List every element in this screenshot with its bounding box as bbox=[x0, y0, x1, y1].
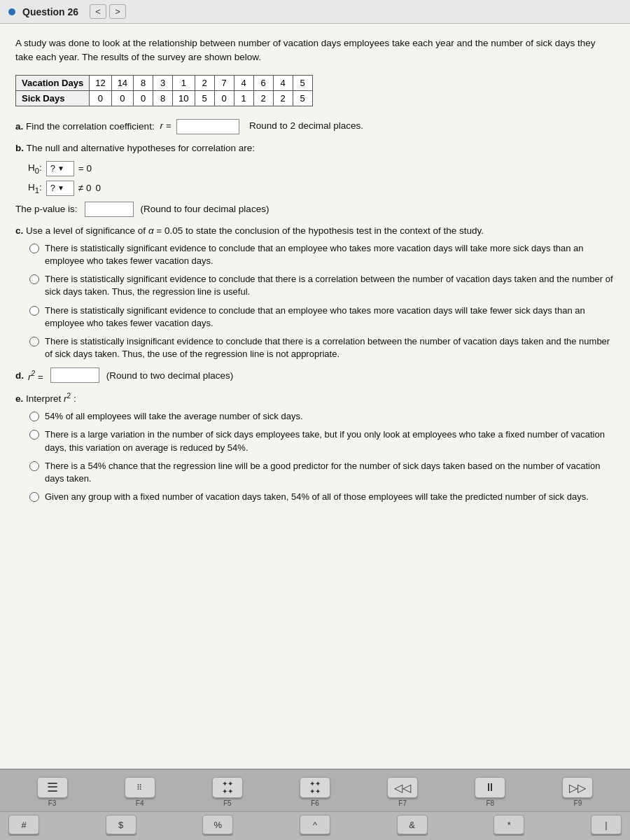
amp-key[interactable]: & bbox=[397, 815, 428, 834]
key-f6-icon[interactable]: ✦✦✦✦ bbox=[300, 777, 330, 798]
pvalue-input[interactable] bbox=[85, 202, 134, 217]
radio-e-1[interactable] bbox=[29, 412, 39, 421]
key-f5-icon[interactable]: ✦✦✦✦ bbox=[212, 777, 243, 798]
key-f9-icon[interactable]: ▷▷ bbox=[562, 777, 593, 798]
part-c-text: Use a level of significance of α = 0.05 … bbox=[26, 225, 484, 236]
vac-val-4: 3 bbox=[153, 75, 173, 90]
vac-val-2: 14 bbox=[111, 75, 133, 90]
vac-val-9: 6 bbox=[253, 75, 273, 90]
part-c: c. Use a level of significance of α = 0.… bbox=[15, 224, 615, 361]
part-e-option-1[interactable]: 54% of all employees will take the avera… bbox=[29, 410, 615, 423]
radio-4[interactable] bbox=[29, 337, 39, 346]
question-title: Question 26 bbox=[22, 6, 78, 18]
pvalue-row: The p-value is: (Round to four decimal p… bbox=[15, 202, 615, 217]
vac-val-3: 8 bbox=[134, 75, 153, 90]
key-f4-label: F4 bbox=[136, 799, 144, 807]
bottom-key-percent: % bbox=[202, 815, 233, 834]
sick-val-11: 5 bbox=[293, 90, 312, 106]
star-key[interactable]: * bbox=[493, 815, 524, 834]
part-c-option-4-text: There is statistically insignificant evi… bbox=[45, 335, 615, 360]
part-d-row: d. r2 = (Round to two decimal places) bbox=[15, 368, 615, 383]
h1-neq: ≠ 0 bbox=[78, 180, 92, 197]
key-f4-icon[interactable]: ⠿ bbox=[125, 777, 155, 798]
key-f5-block: ✦✦✦✦ F5 bbox=[212, 777, 243, 807]
part-c-options: There is statistically significant evide… bbox=[29, 242, 615, 361]
h1-label: H1: bbox=[28, 179, 42, 197]
dollar-key[interactable]: $ bbox=[106, 815, 136, 834]
part-e-text: Interpret r2 : bbox=[26, 393, 76, 404]
top-bar: Question 26 < > bbox=[0, 0, 630, 24]
hypotheses-block: H0: ? ▼ = 0 H1: ? ▼ ≠ 0 0 bbox=[28, 160, 615, 197]
h0-row: H0: ? ▼ = 0 bbox=[28, 160, 615, 178]
caret-key[interactable]: ^ bbox=[300, 815, 330, 834]
h1-zero: 0 bbox=[95, 180, 101, 197]
key-f7-icon[interactable]: ◁◁ bbox=[387, 777, 418, 798]
sick-val-6: 5 bbox=[195, 90, 214, 106]
radio-2[interactable] bbox=[29, 274, 39, 284]
radio-e-3[interactable] bbox=[29, 461, 39, 471]
part-e-option-4[interactable]: Given any group with a fixed number of v… bbox=[29, 491, 615, 503]
part-a-note: Round to 2 decimal places. bbox=[249, 120, 363, 131]
hash-key[interactable]: # bbox=[8, 815, 39, 834]
sick-val-2: 0 bbox=[111, 90, 133, 106]
part-c-label: c. bbox=[15, 225, 23, 236]
h0-eq: = 0 bbox=[78, 160, 92, 177]
correlation-input[interactable] bbox=[176, 119, 239, 134]
key-f7-block: ◁◁ F7 bbox=[387, 777, 418, 807]
nav-prev-button[interactable]: < bbox=[90, 4, 106, 19]
radio-e-4[interactable] bbox=[29, 492, 39, 502]
pvalue-label: The p-value is: bbox=[15, 204, 78, 214]
key-f6-label: F6 bbox=[311, 799, 319, 807]
part-c-option-4[interactable]: There is statistically insignificant evi… bbox=[29, 335, 615, 360]
part-b-label: b. bbox=[15, 143, 24, 153]
part-e-option-2[interactable]: There is a large variation in the number… bbox=[29, 428, 615, 454]
sick-val-9: 2 bbox=[253, 90, 273, 106]
key-f8-block: ⏸ F8 bbox=[475, 777, 505, 807]
h0-dropdown[interactable]: ? ▼ bbox=[46, 161, 74, 176]
key-f7-label: F7 bbox=[398, 799, 407, 807]
h1-dropdown[interactable]: ? ▼ bbox=[46, 181, 74, 196]
part-c-option-3[interactable]: There is statistically significant evide… bbox=[29, 304, 615, 330]
radio-3[interactable] bbox=[29, 306, 39, 316]
key-f3-icon[interactable]: ☰ bbox=[37, 777, 68, 798]
nav-next-button[interactable]: > bbox=[109, 4, 126, 19]
pipe-key[interactable]: | bbox=[591, 815, 622, 834]
radio-1[interactable] bbox=[29, 244, 39, 253]
key-f5-label: F5 bbox=[223, 799, 232, 807]
sick-val-10: 2 bbox=[273, 90, 293, 106]
radio-e-2[interactable] bbox=[29, 430, 39, 440]
vac-val-7: 7 bbox=[214, 75, 234, 90]
table-row-vacation: Vacation Days 12 14 8 3 1 2 7 4 6 4 5 bbox=[16, 75, 313, 90]
vacation-label: Vacation Days bbox=[16, 75, 90, 90]
key-f8-icon[interactable]: ⏸ bbox=[475, 777, 505, 798]
vac-val-1: 12 bbox=[90, 75, 111, 90]
part-e-option-2-text: There is a large variation in the number… bbox=[45, 428, 615, 454]
sick-val-8: 1 bbox=[234, 90, 253, 106]
h1-row: H1: ? ▼ ≠ 0 0 bbox=[28, 179, 615, 197]
h0-label: H0: bbox=[28, 160, 42, 178]
part-a-label: a. bbox=[15, 120, 23, 131]
part-b: b. The null and alternative hypotheses f… bbox=[15, 141, 615, 217]
bottom-key-caret: ^ bbox=[300, 815, 330, 834]
part-d-label: d. bbox=[15, 370, 24, 381]
table-row-sick: Sick Days 0 0 0 8 10 5 0 1 2 2 5 bbox=[16, 90, 313, 106]
part-a: a. Find the correlation coefficient: r =… bbox=[15, 119, 615, 134]
key-f8-label: F8 bbox=[486, 799, 494, 807]
part-e-option-3[interactable]: There is a 54% chance that the regressio… bbox=[29, 460, 615, 485]
bottom-key-star: * bbox=[493, 815, 524, 834]
part-c-option-1[interactable]: There is statistically significant evide… bbox=[29, 242, 615, 267]
sick-val-4: 8 bbox=[153, 90, 173, 106]
vac-val-6: 2 bbox=[195, 75, 214, 90]
vac-val-10: 4 bbox=[273, 75, 293, 90]
part-c-option-2[interactable]: There is statistically significant evide… bbox=[29, 273, 615, 298]
bottom-key-amp: & bbox=[397, 815, 428, 834]
keyboard-bottom: # $ % ^ & * | bbox=[0, 811, 630, 840]
part-e-option-1-text: 54% of all employees will take the avera… bbox=[45, 410, 303, 423]
part-e-option-4-text: Given any group with a fixed number of v… bbox=[45, 491, 589, 503]
part-c-option-3-text: There is statistically significant evide… bbox=[45, 304, 615, 330]
r2-input[interactable] bbox=[50, 368, 99, 383]
part-b-text: The null and alternative hypotheses for … bbox=[27, 143, 255, 153]
sick-val-1: 0 bbox=[90, 90, 111, 106]
data-table: Vacation Days 12 14 8 3 1 2 7 4 6 4 5 Si… bbox=[15, 75, 313, 106]
percent-key[interactable]: % bbox=[202, 815, 233, 834]
